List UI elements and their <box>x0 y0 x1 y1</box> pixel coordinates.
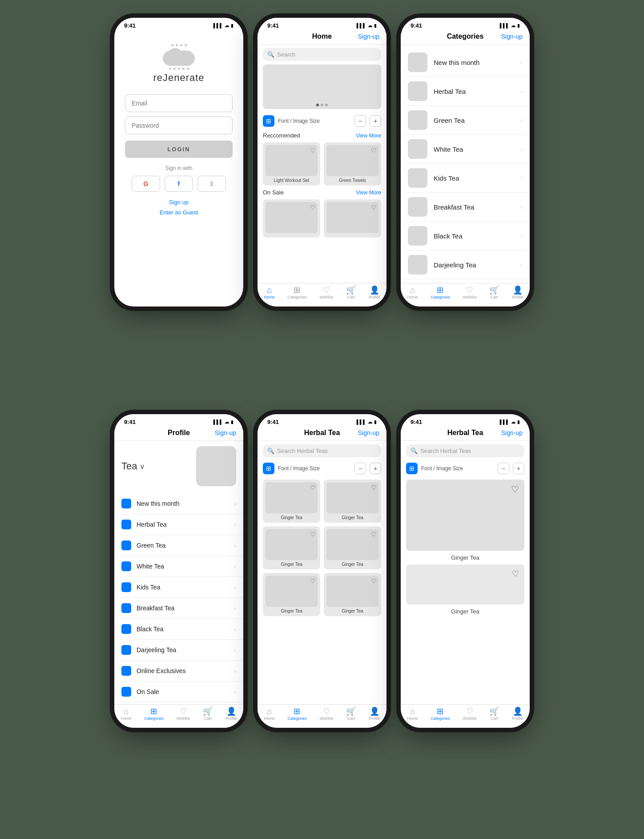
herbal-heart-3[interactable]: ♡ <box>310 531 316 538</box>
cat-item-black[interactable]: Black Tea › <box>401 222 530 250</box>
herbal-card-3[interactable]: ♡ Ginger Tea <box>263 526 320 569</box>
password-input[interactable] <box>125 117 233 134</box>
email-input[interactable] <box>125 94 233 112</box>
categories-tab-label: Categories <box>287 295 307 299</box>
google-button[interactable]: G <box>132 176 160 192</box>
onsale-view-more[interactable]: View More <box>356 190 381 196</box>
login-button[interactable]: LOGIN <box>125 141 233 158</box>
facebook-button[interactable]: f <box>165 176 193 192</box>
htab-wishlist[interactable]: ♡ Wishlist <box>320 707 334 721</box>
ptab-categories[interactable]: ⊞ Categories <box>144 707 164 721</box>
cat-signup-link[interactable]: Sign-up <box>501 33 523 40</box>
onsale-heart-2[interactable]: ♡ <box>371 204 377 211</box>
ptab-wishlist[interactable]: ♡ Wishlist <box>177 707 190 721</box>
herbal-card-6[interactable]: ♡ Ginger Tea <box>324 573 381 616</box>
cat-tab-cart[interactable]: 🛒 Cart <box>489 286 499 299</box>
apple-button[interactable]:  <box>197 176 226 192</box>
heart-icon-1[interactable]: ♡ <box>310 147 316 154</box>
font-decrease-button[interactable]: − <box>354 115 366 127</box>
menu-item-darjeeling[interactable]: Darjeeling Tea › <box>114 640 243 661</box>
menu-icon-new-month <box>121 499 131 508</box>
menu-item-new-month[interactable]: New this month › <box>114 493 243 514</box>
herbal-signup-link[interactable]: Sign-up <box>358 429 379 436</box>
featured-heart-icon[interactable]: ♡ <box>511 484 519 495</box>
profile-signup-link[interactable]: Sign-up <box>215 429 236 436</box>
menu-item-herbal[interactable]: Herbal Tea › <box>114 514 243 535</box>
product-card-1[interactable]: ♡ Light Workout Set <box>263 142 320 186</box>
htab-profile[interactable]: 👤 Profile <box>369 707 380 721</box>
herbal-card-4[interactable]: ♡ Ginger Tea <box>324 526 381 569</box>
dtab-home[interactable]: ⌂ Home <box>407 707 418 721</box>
herbal-search[interactable]: 🔍 Search Herbal Teas <box>263 444 381 457</box>
dot <box>169 68 171 70</box>
htab-profile-icon: 👤 <box>370 707 379 715</box>
cat-item-white[interactable]: White Tea › <box>401 135 530 164</box>
cat-tab-home[interactable]: ⌂ Home <box>407 286 418 299</box>
herbal-font-increase[interactable]: + <box>370 463 381 474</box>
second-heart-icon[interactable]: ♡ <box>512 569 519 579</box>
onsale-card-1[interactable]: ♡ <box>263 199 320 238</box>
menu-item-green[interactable]: Green Tea › <box>114 535 243 556</box>
cat-tab-wishlist[interactable]: ♡ Wishlist <box>463 286 477 299</box>
detail-font-increase[interactable]: + <box>513 463 524 474</box>
herbal-font-decrease[interactable]: − <box>354 463 366 474</box>
home-search[interactable]: 🔍 Search <box>263 48 381 61</box>
cat-item-green[interactable]: Green Tea › <box>401 106 530 135</box>
ptab-cart[interactable]: 🛒 Cart <box>203 707 213 721</box>
htab-categories[interactable]: ⊞ Categories <box>287 707 307 721</box>
profile-dropdown-icon[interactable]: ∨ <box>140 462 145 471</box>
menu-item-onsale[interactable]: On Sale › <box>114 682 243 702</box>
tab-categories[interactable]: ⊞ Categories <box>287 286 307 299</box>
dtab-cart[interactable]: 🛒 Cart <box>489 707 499 721</box>
featured-product-card[interactable]: ♡ <box>406 480 524 551</box>
ptab-profile[interactable]: 👤 Profile <box>225 707 237 721</box>
signup-link[interactable]: Sign up <box>169 199 189 206</box>
cat-item-new-month[interactable]: New this month › <box>401 48 530 77</box>
tab-home[interactable]: ⌂ Home <box>264 286 274 299</box>
ptab-home[interactable]: ⌂ Home <box>121 707 131 721</box>
recommended-view-more[interactable]: View More <box>356 133 381 139</box>
htab-cart[interactable]: 🛒 Cart <box>346 707 356 721</box>
dtab-categories[interactable]: ⊞ Categories <box>431 707 450 721</box>
tab-profile[interactable]: 👤 Profile <box>369 286 380 299</box>
guest-link[interactable]: Enter as Guest <box>160 209 198 216</box>
menu-item-kids[interactable]: Kids Tea › <box>114 577 243 598</box>
herbal-card-1[interactable]: ♡ Ginger Tea <box>263 480 320 523</box>
menu-item-breakfast[interactable]: Breakfast Tea › <box>114 598 243 619</box>
cat-item-darjeeling[interactable]: Darjeeling Tea › <box>401 250 530 279</box>
cat-tab-profile[interactable]: 👤 Profile <box>512 286 523 299</box>
detail-nav-title: Herbal Tea <box>447 429 483 437</box>
dtab-wishlist[interactable]: ♡ Wishlist <box>463 707 477 721</box>
home-signup-link[interactable]: Sign-up <box>358 33 379 40</box>
menu-item-white[interactable]: White Tea › <box>114 556 243 577</box>
font-increase-button[interactable]: + <box>370 115 381 127</box>
cat-tab-categories[interactable]: ⊞ Categories <box>431 286 450 299</box>
heart-icon-2[interactable]: ♡ <box>371 147 377 154</box>
herbal-card-5[interactable]: ♡ Ginger Tea <box>263 573 320 616</box>
product-card-2[interactable]: ♡ Green Towels <box>324 142 381 186</box>
herbal-heart-6[interactable]: ♡ <box>371 577 377 585</box>
htab-home[interactable]: ⌂ Home <box>264 707 274 721</box>
signal-icon: ▌▌▌ <box>357 420 366 424</box>
detail-signup-link[interactable]: Sign-up <box>501 429 523 436</box>
detail-search[interactable]: 🔍 Search Herbal Teas <box>406 444 524 457</box>
menu-item-black[interactable]: Black Tea › <box>114 619 243 640</box>
menu-item-online[interactable]: Online Exclusives › <box>114 661 243 682</box>
herbal-heart-1[interactable]: ♡ <box>310 484 316 491</box>
herbal-heart-5[interactable]: ♡ <box>310 577 316 585</box>
tab-wishlist[interactable]: ♡ Wishlist <box>320 286 334 299</box>
cat-item-breakfast[interactable]: Breakfast Tea › <box>401 193 530 222</box>
detail-font-decrease[interactable]: − <box>498 463 509 474</box>
cat-item-kids[interactable]: Kids Tea › <box>401 164 530 193</box>
second-product-card[interactable]: ♡ <box>406 565 524 605</box>
onsale-card-2[interactable]: ♡ <box>324 199 381 238</box>
onsale-heart-1[interactable]: ♡ <box>310 204 316 211</box>
recommended-header: Reccomended View More <box>258 130 386 141</box>
tab-cart[interactable]: 🛒 Cart <box>346 286 356 299</box>
herbal-card-2[interactable]: ♡ Ginger Tea <box>324 480 381 523</box>
cat-name-white: White Tea <box>434 145 520 153</box>
cat-item-herbal[interactable]: Herbal Tea › <box>401 77 530 106</box>
dtab-profile[interactable]: 👤 Profile <box>512 707 523 721</box>
herbal-heart-2[interactable]: ♡ <box>371 484 377 491</box>
herbal-heart-4[interactable]: ♡ <box>371 531 377 538</box>
